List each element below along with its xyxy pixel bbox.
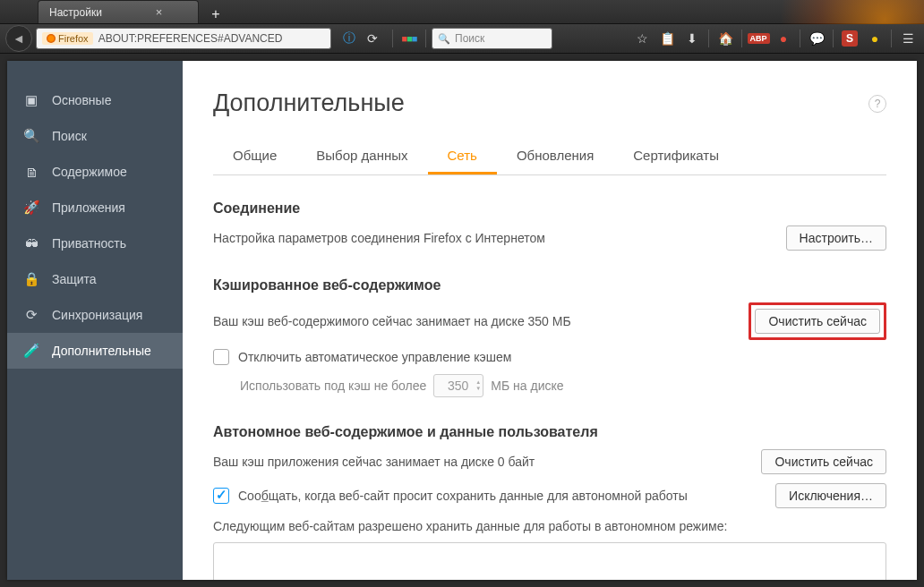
sidebar-item-label: Синхронизация xyxy=(52,308,142,322)
apps-icon[interactable]: ■■■ xyxy=(398,28,420,49)
clipboard-icon[interactable]: 📋 xyxy=(656,28,678,49)
offline-notify-label: Сообщать, когда веб-сайт просит сохранит… xyxy=(238,489,688,503)
section-heading: Кэшированное веб-содержимое xyxy=(213,277,886,294)
browser-tab[interactable]: Настройки × xyxy=(38,0,199,23)
cache-limit-post: МБ на диске xyxy=(491,379,563,393)
connection-desc: Настройка параметров соединения Firefox … xyxy=(213,229,545,247)
cache-limit-pre: Использовать под кэш не более xyxy=(240,379,426,393)
cache-limit-input[interactable]: 350 xyxy=(433,374,483,397)
clear-offline-button[interactable]: Очистить сейчас xyxy=(761,449,886,474)
sidebar-item-label: Дополнительные xyxy=(52,344,151,358)
downloads-icon[interactable]: ⬇ xyxy=(681,28,703,49)
offline-notify-checkbox[interactable] xyxy=(213,488,229,504)
bookmark-star-icon[interactable]: ☆ xyxy=(631,28,653,49)
section-offline: Автономное веб-содержимое и данные польз… xyxy=(213,424,886,580)
offline-exceptions-button[interactable]: Исключения… xyxy=(775,483,886,508)
subtab-updates[interactable]: Обновления xyxy=(497,139,613,174)
s-badge-icon[interactable]: S xyxy=(839,28,860,49)
section-heading: Автономное веб-содержимое и данные польз… xyxy=(213,424,886,440)
cache-limit-row: Использовать под кэш не более 350 МБ на … xyxy=(240,374,886,397)
sidebar-item-content[interactable]: 🗎 Содержимое xyxy=(7,154,183,190)
offline-notify-row[interactable]: Сообщать, когда веб-сайт просит сохранит… xyxy=(213,488,688,504)
sidebar-item-search[interactable]: 🔍 Поиск xyxy=(7,118,183,154)
hamburger-icon[interactable]: ☰ xyxy=(897,28,919,49)
separator xyxy=(741,30,742,47)
sidebar-item-privacy[interactable]: 🕶 Приватность xyxy=(7,225,183,261)
override-cache-checkbox[interactable] xyxy=(213,349,229,365)
separator xyxy=(392,30,393,47)
separator xyxy=(708,30,709,47)
back-button[interactable]: ◄ xyxy=(5,25,32,52)
offline-desc: Ваш кэш приложения сейчас занимает на ди… xyxy=(213,453,535,471)
clear-cache-highlight: Очистить сейчас xyxy=(749,302,886,340)
tab-title: Настройки xyxy=(49,6,102,19)
separator xyxy=(800,30,800,47)
subtab-datachoices[interactable]: Выбор данных xyxy=(296,139,427,174)
offline-sites-list[interactable] xyxy=(213,542,886,580)
subtabs: Общие Выбор данных Сеть Обновления Серти… xyxy=(213,139,886,175)
reload-icon[interactable]: ⟳ xyxy=(362,28,383,49)
separator xyxy=(425,30,426,47)
sidebar-item-label: Приложения xyxy=(52,200,125,215)
sidebar-item-label: Защита xyxy=(52,272,97,286)
subtab-general[interactable]: Общие xyxy=(213,139,296,174)
connection-settings-button[interactable]: Настроить… xyxy=(786,225,886,251)
document-icon: 🗎 xyxy=(23,164,39,180)
flask-icon: 🧪 xyxy=(23,343,39,359)
rocket-icon: 🚀 xyxy=(23,200,39,216)
section-heading: Соединение xyxy=(213,200,886,217)
settings-page: ▣ Основные 🔍 Поиск 🗎 Содержимое 🚀 Прилож… xyxy=(7,61,917,580)
section-connection: Соединение Настройка параметров соединен… xyxy=(213,200,886,251)
abp-icon[interactable]: ABP xyxy=(748,28,769,49)
dot-icon[interactable]: ● xyxy=(773,28,794,49)
separator xyxy=(833,30,834,47)
clear-cache-button[interactable]: Очистить сейчас xyxy=(755,309,880,334)
subtab-certificates[interactable]: Сертификаты xyxy=(613,139,739,174)
sidebar-item-advanced[interactable]: 🧪 Дополнительные xyxy=(7,333,183,369)
offline-allowed-label: Следующим веб-сайтам разрешено хранить д… xyxy=(213,517,886,535)
sidebar-item-security[interactable]: 🔒 Защита xyxy=(7,261,183,297)
browser-tabstrip: Настройки × + xyxy=(0,0,924,24)
url-text: ABOUT:PREFERENCES#ADVANCED xyxy=(98,32,283,45)
sidebar-item-label: Приватность xyxy=(52,236,126,251)
section-cache: Кэшированное веб-содержимое Ваш кэш веб-… xyxy=(213,277,886,397)
settings-main: ? Дополнительные Общие Выбор данных Сеть… xyxy=(183,61,917,580)
tab-close-icon[interactable]: × xyxy=(156,5,163,19)
browser-navbar: ◄ Firefox ABOUT:PREFERENCES#ADVANCED ⓘ ⟳… xyxy=(0,24,924,54)
slider-icon: ▣ xyxy=(23,92,39,108)
sidebar-item-general[interactable]: ▣ Основные xyxy=(7,82,183,118)
sidebar-item-sync[interactable]: ⟳ Синхронизация xyxy=(7,297,183,333)
search-placeholder: Поиск xyxy=(455,32,484,45)
sidebar-item-label: Содержимое xyxy=(52,165,127,179)
cache-desc: Ваш кэш веб-содержимого сейчас занимает … xyxy=(213,312,571,330)
url-bar[interactable]: Firefox ABOUT:PREFERENCES#ADVANCED xyxy=(36,28,331,49)
sidebar-item-label: Поиск xyxy=(52,129,87,143)
override-cache-label: Отключить автоматическое управление кэше… xyxy=(238,350,511,364)
sync-icon: ⟳ xyxy=(23,307,39,323)
ydot-icon[interactable]: ● xyxy=(864,28,886,49)
override-cache-row[interactable]: Отключить автоматическое управление кэше… xyxy=(213,349,886,365)
info-icon[interactable]: ⓘ xyxy=(338,28,360,49)
separator xyxy=(891,30,892,47)
speech-icon[interactable]: 💬 xyxy=(806,28,827,49)
settings-sidebar: ▣ Основные 🔍 Поиск 🗎 Содержимое 🚀 Прилож… xyxy=(7,61,183,580)
page-title: Дополнительные xyxy=(213,89,886,117)
sidebar-item-label: Основные xyxy=(52,93,111,107)
search-bar[interactable]: 🔍 Поиск xyxy=(432,28,552,49)
new-tab-button[interactable]: + xyxy=(206,5,226,23)
home-icon[interactable]: 🏠 xyxy=(714,28,736,49)
sidebar-item-applications[interactable]: 🚀 Приложения xyxy=(7,190,183,225)
mask-icon: 🕶 xyxy=(23,235,39,251)
lock-icon: 🔒 xyxy=(23,271,39,287)
identity-box[interactable]: Firefox xyxy=(42,32,93,45)
help-icon[interactable]: ? xyxy=(868,95,886,113)
subtab-network[interactable]: Сеть xyxy=(428,139,497,174)
content-wrap: ▣ Основные 🔍 Поиск 🗎 Содержимое 🚀 Прилож… xyxy=(0,54,924,587)
search-icon: 🔍 xyxy=(23,128,39,144)
